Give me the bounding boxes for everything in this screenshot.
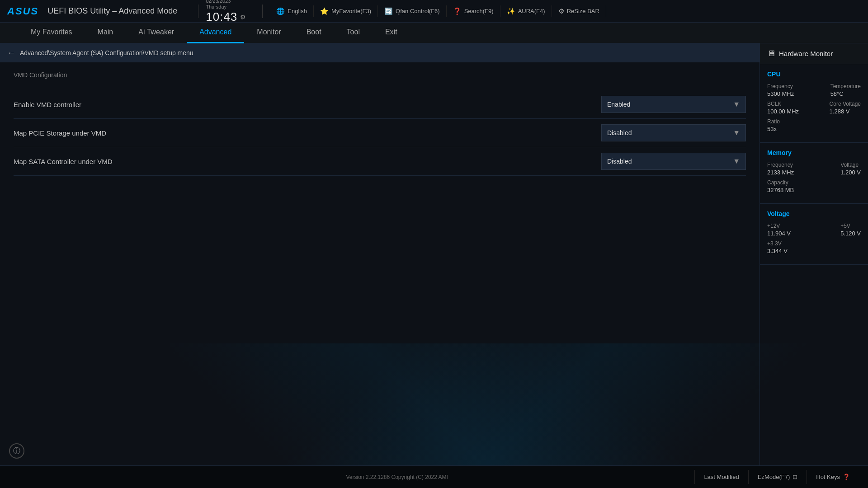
nav-aitweaker[interactable]: Ai Tweaker [126, 23, 187, 43]
toolbar-aura-label: AURA(F4) [518, 8, 545, 14]
toolbar-resizebar-label: ReSize BAR [567, 8, 599, 14]
info-button[interactable]: ⓘ [9, 443, 24, 459]
hw-mem-volt-col: Voltage 1.200 V [840, 162, 861, 176]
hw-cpu-corevolt-label: Core Voltage [830, 101, 861, 107]
hw-cpu-freq-label: Frequency [767, 83, 794, 89]
nav-boot[interactable]: Boot [294, 23, 334, 43]
ezmode-icon: ⊡ [793, 474, 797, 480]
hw-cpu-freq-value: 5300 MHz [767, 90, 794, 97]
last-modified-button[interactable]: Last Modified [694, 470, 748, 484]
hw-memory-section: Memory Frequency 2133 MHz Voltage 1.200 … [760, 143, 868, 204]
toolbar-resizebar[interactable]: ⚙ ReSize BAR [552, 5, 606, 17]
breadcrumb: Advanced\System Agent (SA) Configuration… [20, 49, 193, 56]
asus-logo-text: ASUS [7, 5, 38, 17]
date-line2: Thursday [206, 4, 226, 10]
hw-cpu-ratio-value: 53x [767, 126, 780, 132]
hw-cpu-temp-label: Temperature [830, 83, 861, 89]
ezmode-button[interactable]: EzMode(F7) ⊡ [748, 470, 807, 484]
toolbar-items: 🌐 English ⭐ MyFavorite(F3) 🔄 Qfan Contro… [270, 5, 861, 17]
toolbar-myfavorite[interactable]: ⭐ MyFavorite(F3) [314, 5, 378, 17]
setting-label-map-pcie: Map PCIE Storage under VMD [14, 129, 106, 137]
main-layout: ← Advanced\System Agent (SA) Configurati… [0, 43, 868, 465]
hw-volt-33-label: +3.3V [767, 240, 788, 247]
hw-volt-33-value: 3.344 V [767, 248, 788, 254]
hw-mem-freq-row: Frequency 2133 MHz Voltage 1.200 V [767, 162, 861, 176]
hw-cpu-ratio-label: Ratio [767, 118, 780, 125]
hw-cpu-freq-col: Frequency 5300 MHz [767, 83, 794, 97]
hw-mem-freq-value: 2133 MHz [767, 169, 794, 176]
setting-dropdown-enable-vmd[interactable]: Enabled ▼ [601, 96, 746, 113]
hw-cpu-temp-col: Temperature 58°C [830, 83, 861, 97]
dropdown-value-map-sata: Disabled [607, 158, 733, 165]
nav-tool[interactable]: Tool [334, 23, 373, 43]
monitor-icon: 🖥 [767, 49, 775, 58]
hw-cpu-bclk-col: BCLK 100.00 MHz [767, 101, 799, 115]
setting-dropdown-map-sata[interactable]: Disabled ▼ [601, 153, 746, 170]
setting-label-map-sata: Map SATA Controller under VMD [14, 158, 113, 165]
hw-monitor-panel: 🖥 Hardware Monitor CPU Frequency 5300 MH… [760, 43, 868, 465]
hw-volt-33-row: +3.3V 3.344 V [767, 240, 861, 254]
info-icon-area: ⓘ [9, 443, 24, 459]
toolbar-search[interactable]: ❓ Search(F9) [447, 5, 500, 17]
search-icon: ❓ [453, 7, 462, 15]
nav-advanced[interactable]: Advanced [187, 23, 244, 43]
nav-exit[interactable]: Exit [373, 23, 410, 43]
hw-mem-freq-col: Frequency 2133 MHz [767, 162, 794, 176]
content-area: ← Advanced\System Agent (SA) Configurati… [0, 43, 760, 465]
language-icon: 🌐 [276, 7, 285, 15]
datetime-block: 02/23/2023 Thursday 10:43 ⚙ [206, 0, 246, 24]
bios-title: UEFI BIOS Utility – Advanced Mode [47, 6, 177, 16]
toolbar-search-label: Search(F9) [464, 8, 494, 14]
hotkeys-button[interactable]: Hot Keys ❓ [807, 470, 859, 484]
toolbar-language[interactable]: 🌐 English [270, 5, 314, 17]
header-divider-1 [198, 5, 198, 18]
hw-volt-12-row: +12V 11.904 V +5V 5.120 V [767, 223, 861, 237]
hw-mem-cap-label: Capacity [767, 179, 794, 186]
bottom-bar: Version 2.22.1286 Copyright (C) 2022 AMI… [0, 465, 868, 488]
hw-volt-33-col: +3.3V 3.344 V [767, 240, 788, 254]
qfan-icon: 🔄 [384, 7, 393, 15]
hw-memory-title: Memory [767, 149, 861, 156]
hw-cpu-bclk-value: 100.00 MHz [767, 108, 799, 115]
last-modified-label: Last Modified [704, 474, 739, 480]
hw-volt-5-col: +5V 5.120 V [840, 223, 861, 237]
hw-cpu-ratio-row: Ratio 53x [767, 118, 861, 132]
section-title: VMD Configuration [14, 71, 746, 81]
dropdown-arrow-map-pcie: ▼ [733, 129, 740, 137]
hw-voltage-title: Voltage [767, 210, 861, 217]
hw-voltage-section: Voltage +12V 11.904 V +5V 5.120 V +3.3V … [760, 204, 868, 265]
settings-icon[interactable]: ⚙ [240, 14, 246, 21]
hw-mem-cap-value: 32768 MB [767, 187, 794, 193]
breadcrumb-bar: ← Advanced\System Agent (SA) Configurati… [0, 43, 760, 62]
nav-monitor[interactable]: Monitor [244, 23, 293, 43]
version-text: Version 2.22.1286 Copyright (C) 2022 AMI [99, 474, 694, 480]
nav-menu: My Favorites Main Ai Tweaker Advanced Mo… [0, 23, 868, 43]
hw-monitor-header: 🖥 Hardware Monitor [760, 43, 868, 64]
setting-row-enable-vmd: Enable VMD controller Enabled ▼ [14, 90, 746, 119]
aura-icon: ✨ [507, 7, 515, 15]
asus-logo: ASUS [7, 5, 38, 17]
hw-cpu-corevolt-col: Core Voltage 1.288 V [830, 101, 861, 115]
hw-mem-volt-value: 1.200 V [840, 169, 861, 176]
ezmode-label: EzMode(F7) [758, 474, 790, 480]
setting-label-enable-vmd: Enable VMD controller [14, 101, 81, 108]
hw-cpu-temp-value: 58°C [830, 90, 861, 97]
hw-mem-freq-label: Frequency [767, 162, 794, 168]
setting-row-map-sata: Map SATA Controller under VMD Disabled ▼ [14, 147, 746, 176]
nav-favorites[interactable]: My Favorites [18, 23, 85, 43]
dropdown-arrow-map-sata: ▼ [733, 157, 740, 165]
setting-row-map-pcie: Map PCIE Storage under VMD Disabled ▼ [14, 119, 746, 147]
hw-volt-12-value: 11.904 V [767, 230, 791, 237]
back-button[interactable]: ← [7, 48, 15, 58]
setting-dropdown-map-pcie[interactable]: Disabled ▼ [601, 124, 746, 141]
toolbar-qfan[interactable]: 🔄 Qfan Control(F6) [378, 5, 447, 17]
hotkeys-icon: ❓ [843, 474, 850, 480]
hw-cpu-freq-row: Frequency 5300 MHz Temperature 58°C [767, 83, 861, 97]
hw-volt-5-value: 5.120 V [840, 230, 861, 237]
hw-volt-12-col: +12V 11.904 V [767, 223, 791, 237]
nav-main[interactable]: Main [85, 23, 126, 43]
hw-cpu-bclk-label: BCLK [767, 101, 799, 107]
toolbar-qfan-label: Qfan Control(F6) [396, 8, 440, 14]
hw-cpu-section: CPU Frequency 5300 MHz Temperature 58°C … [760, 64, 868, 143]
toolbar-aura[interactable]: ✨ AURA(F4) [500, 5, 552, 17]
